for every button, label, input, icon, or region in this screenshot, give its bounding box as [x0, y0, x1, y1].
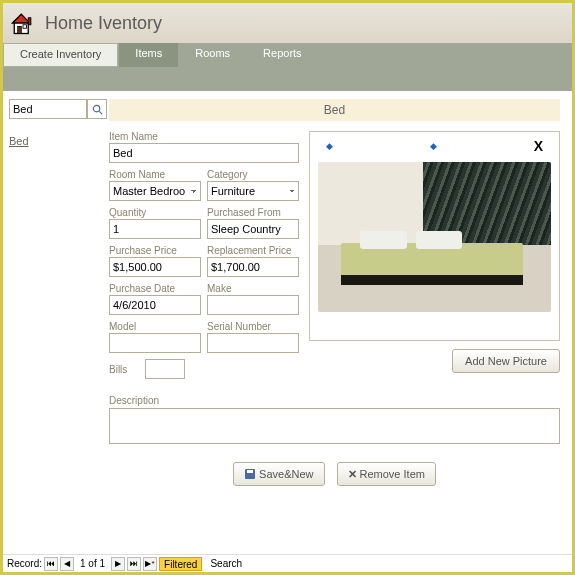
- svg-line-6: [99, 111, 102, 114]
- result-link[interactable]: Bed: [9, 135, 29, 147]
- label-purchased-from: Purchased From: [207, 207, 299, 218]
- tab-items[interactable]: Items: [119, 43, 178, 67]
- make-input[interactable]: [207, 295, 299, 315]
- app-header: Home Iventory: [3, 3, 572, 43]
- bills-box[interactable]: [145, 359, 185, 379]
- nav-first-button[interactable]: ⏮: [44, 557, 58, 571]
- item-name-input[interactable]: [109, 143, 299, 163]
- label-make: Make: [207, 283, 299, 294]
- category-select[interactable]: Furniture: [207, 181, 299, 201]
- purchased-from-input[interactable]: [207, 219, 299, 239]
- image-close-icon[interactable]: X: [534, 138, 543, 154]
- nav-prev-button[interactable]: ◀: [60, 557, 74, 571]
- label-item-name: Item Name: [109, 131, 299, 142]
- label-category: Category: [207, 169, 299, 180]
- save-new-button[interactable]: Save&New: [233, 462, 324, 486]
- add-picture-button[interactable]: Add New Picture: [452, 349, 560, 373]
- search-input[interactable]: [9, 99, 87, 119]
- record-navigator: Record: ⏮ ◀ 1 of 1 ▶ ⏭ ▶* Filtered Searc…: [3, 554, 572, 572]
- label-bills: Bills: [109, 364, 127, 375]
- label-room: Room Name: [109, 169, 201, 180]
- house-logo-icon: [9, 9, 37, 37]
- serial-input[interactable]: [207, 333, 299, 353]
- label-quantity: Quantity: [109, 207, 201, 218]
- results-list: Bed: [9, 131, 109, 149]
- save-icon: [244, 468, 256, 480]
- tab-reports[interactable]: Reports: [247, 43, 318, 67]
- remove-item-label: Remove Item: [360, 468, 425, 480]
- image-next-icon[interactable]: ◆: [430, 141, 437, 151]
- replacement-price-input[interactable]: [207, 257, 299, 277]
- svg-marker-1: [13, 14, 31, 23]
- remove-item-button[interactable]: ✕ Remove Item: [337, 462, 436, 486]
- filtered-indicator[interactable]: Filtered: [159, 557, 202, 571]
- search-icon: [92, 104, 103, 115]
- footer-search-label[interactable]: Search: [204, 558, 242, 569]
- svg-rect-3: [23, 25, 27, 29]
- image-prev-icon[interactable]: ◆: [326, 141, 333, 151]
- purchase-price-input[interactable]: [109, 257, 201, 277]
- tab-create-inventory[interactable]: Create Inventory: [3, 43, 118, 67]
- app-title: Home Iventory: [45, 13, 162, 34]
- item-title-bar: Bed: [109, 99, 560, 121]
- record-label: Record:: [7, 558, 42, 569]
- label-description: Description: [109, 395, 560, 406]
- main-panel: Bed Item Name Room Name Master Bedroom C…: [109, 99, 560, 486]
- label-replacement-price: Replacement Price: [207, 245, 299, 256]
- form-fields: Item Name Room Name Master Bedroom Categ…: [109, 131, 299, 385]
- sub-toolbar: [3, 67, 572, 91]
- label-model: Model: [109, 321, 201, 332]
- svg-point-5: [93, 105, 99, 111]
- search-button[interactable]: [87, 99, 107, 119]
- purchase-date-input[interactable]: [109, 295, 201, 315]
- model-input[interactable]: [109, 333, 201, 353]
- label-purchase-date: Purchase Date: [109, 283, 201, 294]
- image-panel: ◆ ◆ X: [309, 131, 560, 341]
- remove-icon: ✕: [348, 468, 357, 481]
- description-input[interactable]: [109, 408, 560, 444]
- item-picture: [318, 162, 551, 312]
- sidebar: Bed: [9, 99, 109, 486]
- label-serial: Serial Number: [207, 321, 299, 332]
- search-box: [9, 99, 109, 119]
- nav-next-button[interactable]: ▶: [111, 557, 125, 571]
- nav-new-button[interactable]: ▶*: [143, 557, 157, 571]
- save-new-label: Save&New: [259, 468, 313, 480]
- svg-rect-4: [28, 18, 31, 25]
- svg-rect-8: [247, 470, 253, 473]
- tab-bar: Create Inventory Items Rooms Reports: [3, 43, 572, 67]
- record-position: 1 of 1: [76, 558, 109, 569]
- label-purchase-price: Purchase Price: [109, 245, 201, 256]
- tab-rooms[interactable]: Rooms: [179, 43, 246, 67]
- svg-rect-2: [18, 27, 22, 34]
- quantity-input[interactable]: [109, 219, 201, 239]
- room-select[interactable]: Master Bedroom: [109, 181, 201, 201]
- nav-last-button[interactable]: ⏭: [127, 557, 141, 571]
